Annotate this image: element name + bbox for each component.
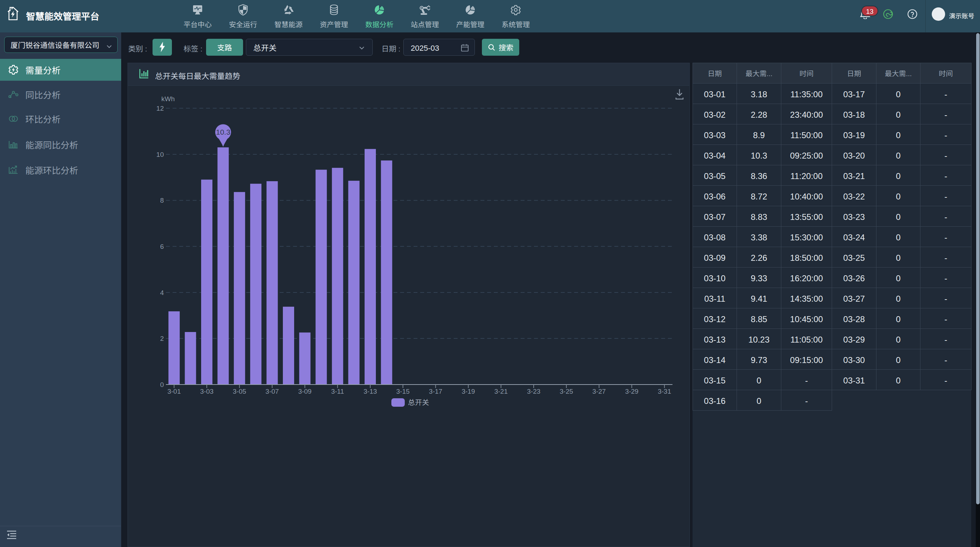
svg-text:10: 10	[156, 149, 164, 159]
svg-text:kWh: kWh	[161, 93, 175, 103]
svg-text:12: 12	[156, 103, 164, 112]
svg-text:3-25: 3-25	[560, 386, 573, 395]
svg-text:3-21: 3-21	[494, 386, 508, 395]
svg-text:6: 6	[160, 241, 164, 250]
svg-text:3-17: 3-17	[429, 386, 442, 395]
svg-text:3-03: 3-03	[200, 386, 213, 395]
svg-text:总开关: 总开关	[408, 397, 429, 407]
svg-text:3-23: 3-23	[527, 386, 540, 395]
svg-text:3-31: 3-31	[658, 386, 671, 395]
svg-text:3-19: 3-19	[461, 386, 475, 395]
svg-text:3-07: 3-07	[266, 386, 279, 395]
svg-text:3-13: 3-13	[364, 386, 377, 395]
svg-text:3-01: 3-01	[167, 386, 181, 395]
svg-text:3-09: 3-09	[298, 386, 312, 395]
svg-text:8: 8	[160, 195, 164, 204]
svg-text:4: 4	[160, 287, 164, 297]
svg-text:3-27: 3-27	[592, 386, 606, 395]
svg-text:3-29: 3-29	[625, 386, 638, 395]
svg-text:3-11: 3-11	[331, 386, 344, 395]
svg-text:3-15: 3-15	[396, 386, 410, 395]
svg-text:10.3: 10.3	[216, 126, 231, 137]
svg-text:3-05: 3-05	[233, 386, 246, 395]
svg-text:2: 2	[160, 333, 164, 343]
svg-text:0: 0	[160, 379, 164, 389]
